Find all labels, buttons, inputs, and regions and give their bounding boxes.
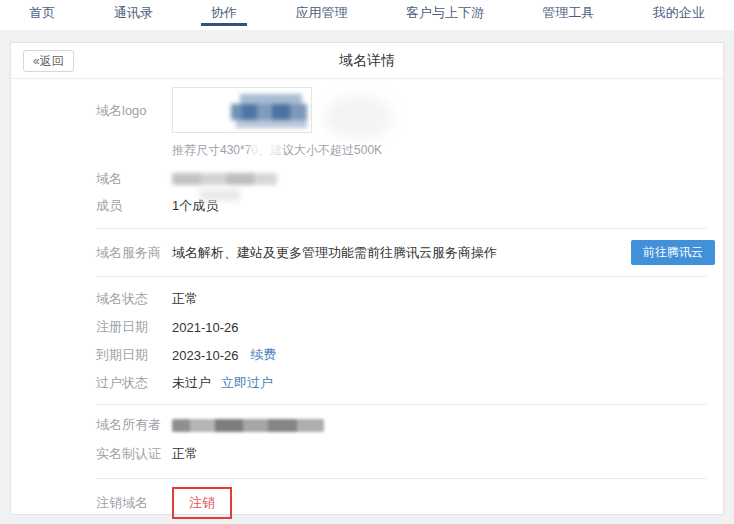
domain-detail-panel: «返回 域名详情 域名logo 推荐尺寸430*70、建议大小不超过500K xyxy=(10,42,724,515)
nav-item-app-management[interactable]: 应用管理 xyxy=(291,0,351,30)
real-name-auth-row: 实名制认证 正常 xyxy=(96,444,707,464)
divider xyxy=(96,478,707,479)
logo-field: 推荐尺寸430*70、建议大小不超过500K xyxy=(172,87,382,159)
back-button[interactable]: «返回 xyxy=(23,50,74,72)
nav-item-home[interactable]: 首页 xyxy=(25,0,59,30)
nav-item-my-enterprise[interactable]: 我的企业 xyxy=(649,0,709,30)
redaction-smudge xyxy=(200,189,240,201)
transfer-status-value: 未过户 xyxy=(172,374,211,392)
divider xyxy=(96,404,707,405)
members-label: 成员 xyxy=(96,197,172,215)
redaction-smudge xyxy=(250,141,282,156)
logo-row: 域名logo 推荐尺寸430*70、建议大小不超过500K xyxy=(96,87,707,159)
nav-item-collaboration[interactable]: 协作 xyxy=(207,0,241,30)
top-nav: 首页 通讯录 协作 应用管理 客户与上下游 管理工具 我的企业 xyxy=(0,0,734,30)
nav-item-admin-tools[interactable]: 管理工具 xyxy=(538,0,598,30)
deregister-link[interactable]: 注销 xyxy=(189,494,215,512)
register-date-row: 注册日期 2021-10-26 xyxy=(96,317,707,337)
provider-row: 域名服务商 域名解析、建站及更多管理功能需前往腾讯云服务商操作 前往腾讯云 xyxy=(96,229,715,276)
page-title: 域名详情 xyxy=(339,52,395,70)
register-date-label: 注册日期 xyxy=(96,318,172,336)
transfer-status-label: 过户状态 xyxy=(96,374,172,392)
owner-row: 域名所有者 xyxy=(96,415,707,435)
deregister-row: 注销域名 注销 xyxy=(96,487,707,519)
owner-label: 域名所有者 xyxy=(96,416,172,434)
logo-image-redacted xyxy=(231,94,307,128)
deregister-highlight-box: 注销 xyxy=(172,487,232,519)
panel-header: «返回 域名详情 xyxy=(11,43,723,79)
provider-label: 域名服务商 xyxy=(96,244,172,262)
domain-label: 域名 xyxy=(96,170,172,188)
divider xyxy=(96,276,707,277)
provider-value: 域名解析、建站及更多管理功能需前往腾讯云服务商操作 xyxy=(172,244,497,262)
logo-size-tip: 推荐尺寸430*70、建议大小不超过500K xyxy=(172,142,382,159)
logo-upload-box[interactable] xyxy=(172,87,312,133)
register-date-value: 2021-10-26 xyxy=(172,320,239,335)
logo-label: 域名logo xyxy=(96,87,172,120)
expire-date-value: 2023-10-26 xyxy=(172,348,239,363)
domain-status-value: 正常 xyxy=(172,290,198,308)
transfer-status-row: 过户状态 未过户 立即过户 xyxy=(96,373,707,393)
domain-value-redacted xyxy=(172,173,277,185)
expire-date-row: 到期日期 2023-10-26 续费 xyxy=(96,345,707,365)
members-row: 成员 1个成员 xyxy=(96,196,707,216)
renew-link[interactable]: 续费 xyxy=(251,346,277,364)
nav-item-contacts[interactable]: 通讯录 xyxy=(110,0,157,30)
deregister-label: 注销域名 xyxy=(96,494,172,512)
nav-item-customers[interactable]: 客户与上下游 xyxy=(402,0,488,30)
domain-status-row: 域名状态 正常 xyxy=(96,289,707,309)
domain-row: 域名 xyxy=(96,169,707,189)
go-to-tencent-cloud-button[interactable]: 前往腾讯云 xyxy=(631,240,715,265)
transfer-now-link[interactable]: 立即过户 xyxy=(221,374,273,392)
expire-date-label: 到期日期 xyxy=(96,346,172,364)
real-name-auth-label: 实名制认证 xyxy=(96,445,172,463)
owner-value-redacted xyxy=(172,419,324,432)
real-name-auth-value: 正常 xyxy=(172,445,198,463)
panel-content: 域名logo 推荐尺寸430*70、建议大小不超过500K 域名 xyxy=(11,79,723,519)
redaction-smudge xyxy=(323,96,393,138)
domain-status-label: 域名状态 xyxy=(96,290,172,308)
